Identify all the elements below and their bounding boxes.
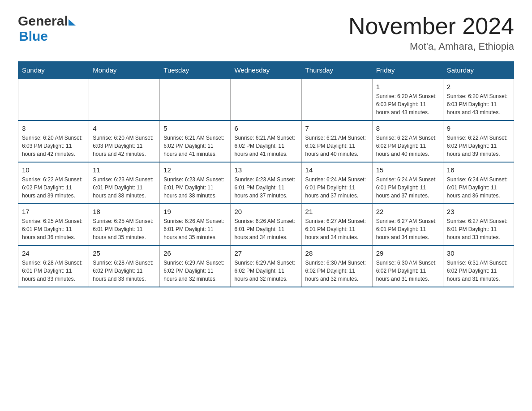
main-title: November 2024: [348, 13, 514, 39]
day-info: Sunrise: 6:20 AM Sunset: 6:03 PM Dayligh…: [376, 92, 439, 116]
calendar-header-monday: Monday: [89, 62, 160, 79]
calendar-cell: 10Sunrise: 6:22 AM Sunset: 6:02 PM Dayli…: [18, 162, 89, 204]
day-number: 19: [163, 208, 227, 215]
title-area: November 2024 Mot'a, Amhara, Ethiopia: [348, 13, 514, 52]
calendar-cell: 8Sunrise: 6:22 AM Sunset: 6:02 PM Daylig…: [372, 120, 443, 162]
calendar-week-row: 1Sunrise: 6:20 AM Sunset: 6:03 PM Daylig…: [18, 79, 514, 120]
day-info: Sunrise: 6:29 AM Sunset: 6:02 PM Dayligh…: [234, 259, 297, 283]
calendar-cell: [301, 79, 372, 120]
day-info: Sunrise: 6:21 AM Sunset: 6:02 PM Dayligh…: [305, 134, 369, 158]
calendar-table: SundayMondayTuesdayWednesdayThursdayFrid…: [18, 61, 514, 287]
day-info: Sunrise: 6:29 AM Sunset: 6:02 PM Dayligh…: [163, 259, 227, 283]
day-number: 18: [93, 208, 156, 215]
calendar-header-tuesday: Tuesday: [160, 62, 231, 79]
calendar-cell: 15Sunrise: 6:24 AM Sunset: 6:01 PM Dayli…: [372, 162, 443, 204]
calendar-cell: 7Sunrise: 6:21 AM Sunset: 6:02 PM Daylig…: [301, 120, 372, 162]
calendar-cell: [89, 79, 160, 120]
calendar-cell: 28Sunrise: 6:30 AM Sunset: 6:02 PM Dayli…: [301, 245, 372, 287]
calendar-cell: 24Sunrise: 6:28 AM Sunset: 6:01 PM Dayli…: [18, 245, 89, 287]
day-info: Sunrise: 6:28 AM Sunset: 6:01 PM Dayligh…: [22, 259, 85, 283]
logo: General Blue: [18, 13, 76, 44]
logo-general-text: General: [18, 13, 68, 29]
day-number: 26: [163, 249, 227, 257]
header: General Blue November 2024 Mot'a, Amhara…: [18, 13, 514, 52]
day-number: 25: [93, 249, 156, 257]
day-number: 8: [376, 124, 439, 132]
day-number: 1: [376, 83, 439, 90]
day-info: Sunrise: 6:27 AM Sunset: 6:01 PM Dayligh…: [305, 217, 369, 241]
day-number: 27: [234, 249, 297, 257]
day-info: Sunrise: 6:26 AM Sunset: 6:01 PM Dayligh…: [234, 217, 297, 241]
day-number: 16: [447, 166, 510, 174]
day-number: 6: [234, 124, 297, 132]
day-info: Sunrise: 6:22 AM Sunset: 6:02 PM Dayligh…: [447, 134, 510, 158]
day-info: Sunrise: 6:23 AM Sunset: 6:01 PM Dayligh…: [93, 176, 156, 200]
day-info: Sunrise: 6:24 AM Sunset: 6:01 PM Dayligh…: [376, 176, 439, 200]
day-number: 11: [93, 166, 156, 174]
day-number: 24: [22, 249, 85, 257]
calendar-cell: 27Sunrise: 6:29 AM Sunset: 6:02 PM Dayli…: [231, 245, 301, 287]
day-info: Sunrise: 6:28 AM Sunset: 6:02 PM Dayligh…: [93, 259, 156, 283]
day-info: Sunrise: 6:27 AM Sunset: 6:01 PM Dayligh…: [376, 217, 439, 241]
day-number: 10: [22, 166, 85, 174]
day-info: Sunrise: 6:22 AM Sunset: 6:02 PM Dayligh…: [22, 176, 85, 200]
calendar-cell: 14Sunrise: 6:24 AM Sunset: 6:01 PM Dayli…: [301, 162, 372, 204]
calendar-cell: [160, 79, 231, 120]
day-info: Sunrise: 6:20 AM Sunset: 6:03 PM Dayligh…: [22, 134, 85, 158]
calendar-cell: 20Sunrise: 6:26 AM Sunset: 6:01 PM Dayli…: [231, 204, 301, 245]
day-number: 9: [447, 124, 510, 132]
calendar-cell: [231, 79, 301, 120]
day-number: 4: [93, 124, 156, 132]
day-number: 3: [22, 124, 85, 132]
calendar-cell: 9Sunrise: 6:22 AM Sunset: 6:02 PM Daylig…: [443, 120, 514, 162]
day-info: Sunrise: 6:20 AM Sunset: 6:03 PM Dayligh…: [93, 134, 156, 158]
calendar-week-row: 3Sunrise: 6:20 AM Sunset: 6:03 PM Daylig…: [18, 120, 514, 162]
day-number: 29: [376, 249, 439, 257]
day-number: 13: [234, 166, 297, 174]
calendar-header-row: SundayMondayTuesdayWednesdayThursdayFrid…: [18, 62, 514, 79]
calendar-header-friday: Friday: [372, 62, 443, 79]
calendar-week-row: 17Sunrise: 6:25 AM Sunset: 6:01 PM Dayli…: [18, 204, 514, 245]
day-info: Sunrise: 6:22 AM Sunset: 6:02 PM Dayligh…: [376, 134, 439, 158]
day-number: 17: [22, 208, 85, 215]
day-number: 28: [305, 249, 369, 257]
sub-title: Mot'a, Amhara, Ethiopia: [348, 41, 514, 52]
calendar-cell: 17Sunrise: 6:25 AM Sunset: 6:01 PM Dayli…: [18, 204, 89, 245]
logo-blue-text: Blue: [19, 29, 48, 44]
calendar-cell: 6Sunrise: 6:21 AM Sunset: 6:02 PM Daylig…: [231, 120, 301, 162]
calendar-cell: 30Sunrise: 6:31 AM Sunset: 6:02 PM Dayli…: [443, 245, 514, 287]
calendar-cell: 13Sunrise: 6:23 AM Sunset: 6:01 PM Dayli…: [231, 162, 301, 204]
calendar-cell: [18, 79, 89, 120]
day-number: 2: [447, 83, 510, 90]
calendar-header-wednesday: Wednesday: [231, 62, 301, 79]
day-number: 5: [163, 124, 227, 132]
day-info: Sunrise: 6:21 AM Sunset: 6:02 PM Dayligh…: [234, 134, 297, 158]
day-number: 22: [376, 208, 439, 215]
calendar-cell: 3Sunrise: 6:20 AM Sunset: 6:03 PM Daylig…: [18, 120, 89, 162]
day-number: 23: [447, 208, 510, 215]
calendar-cell: 12Sunrise: 6:23 AM Sunset: 6:01 PM Dayli…: [160, 162, 231, 204]
day-number: 7: [305, 124, 369, 132]
day-info: Sunrise: 6:20 AM Sunset: 6:03 PM Dayligh…: [447, 92, 510, 116]
calendar-cell: 1Sunrise: 6:20 AM Sunset: 6:03 PM Daylig…: [372, 79, 443, 120]
calendar-cell: 29Sunrise: 6:30 AM Sunset: 6:02 PM Dayli…: [372, 245, 443, 287]
day-info: Sunrise: 6:30 AM Sunset: 6:02 PM Dayligh…: [376, 259, 439, 283]
day-info: Sunrise: 6:25 AM Sunset: 6:01 PM Dayligh…: [93, 217, 156, 241]
day-number: 12: [163, 166, 227, 174]
calendar-header-saturday: Saturday: [443, 62, 514, 79]
calendar-cell: 18Sunrise: 6:25 AM Sunset: 6:01 PM Dayli…: [89, 204, 160, 245]
calendar-cell: 23Sunrise: 6:27 AM Sunset: 6:01 PM Dayli…: [443, 204, 514, 245]
day-info: Sunrise: 6:25 AM Sunset: 6:01 PM Dayligh…: [22, 217, 85, 241]
calendar-week-row: 24Sunrise: 6:28 AM Sunset: 6:01 PM Dayli…: [18, 245, 514, 287]
day-number: 30: [447, 249, 510, 257]
day-info: Sunrise: 6:24 AM Sunset: 6:01 PM Dayligh…: [447, 176, 510, 200]
calendar-cell: 22Sunrise: 6:27 AM Sunset: 6:01 PM Dayli…: [372, 204, 443, 245]
calendar-cell: 19Sunrise: 6:26 AM Sunset: 6:01 PM Dayli…: [160, 204, 231, 245]
day-number: 15: [376, 166, 439, 174]
calendar-cell: 2Sunrise: 6:20 AM Sunset: 6:03 PM Daylig…: [443, 79, 514, 120]
day-info: Sunrise: 6:27 AM Sunset: 6:01 PM Dayligh…: [447, 217, 510, 241]
calendar-header-thursday: Thursday: [301, 62, 372, 79]
calendar-cell: 16Sunrise: 6:24 AM Sunset: 6:01 PM Dayli…: [443, 162, 514, 204]
calendar-cell: 4Sunrise: 6:20 AM Sunset: 6:03 PM Daylig…: [89, 120, 160, 162]
day-number: 14: [305, 166, 369, 174]
